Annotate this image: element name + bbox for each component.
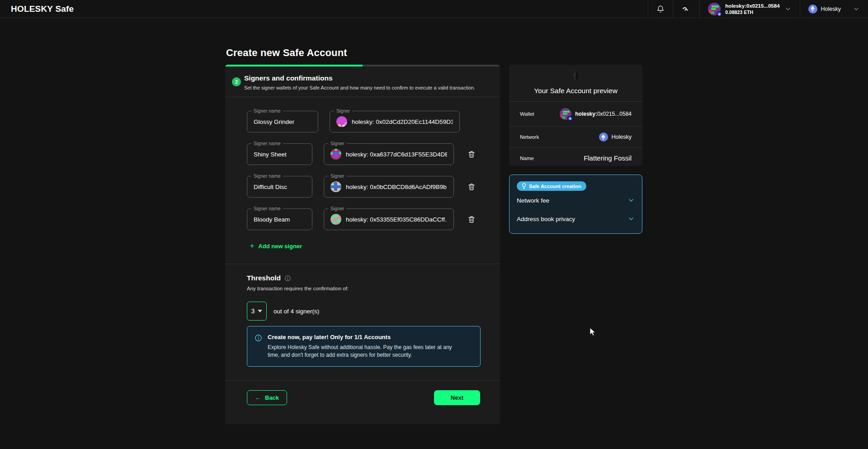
wallet-avatar: [708, 3, 721, 15]
signers-section: Signer name Glossy Grinder Signer holesk…: [225, 97, 500, 264]
wallet-avatar: [560, 108, 571, 120]
step-number-badge: 2: [232, 77, 241, 86]
back-button[interactable]: ← Back: [247, 390, 287, 405]
preview-wallet-label: Wallet: [520, 111, 534, 117]
notifications-button[interactable]: [648, 0, 673, 18]
threshold-value: 3: [251, 307, 255, 315]
ethereum-icon: [599, 132, 608, 142]
safe-creation-tips-card: Safe Account creation Network fee Addres…: [509, 175, 642, 234]
wallet-connect-icon: [681, 5, 691, 13]
signer-name-label: Signer name: [251, 108, 283, 113]
threshold-title: Threshold: [247, 274, 281, 282]
preview-wallet-address: 0x0215...0584: [597, 111, 632, 117]
preview-network-value: Holesky: [612, 134, 632, 140]
cursor-icon: [590, 327, 598, 338]
trash-icon: [467, 183, 476, 191]
preview-network-label: Network: [520, 134, 539, 140]
signer-address-value: holesky: 0x0bCDBCD8d6AcADf9B9b…: [346, 184, 447, 190]
signer-row: Signer name Shiny Sheet Signer holesky: …: [247, 143, 478, 165]
network-selector[interactable]: Holesky: [800, 0, 868, 18]
step-header: 2 Signers and confirmations Set the sign…: [225, 66, 500, 97]
wallet-chain-badge-icon: [567, 116, 573, 121]
bell-icon: [656, 5, 665, 13]
preview-network-row: Network Holesky: [509, 127, 642, 148]
info-icon[interactable]: [284, 275, 291, 282]
connected-account-menu[interactable]: holesky:0x0215...0584 0.08823 ETH: [699, 0, 799, 18]
signer-name-input[interactable]: Signer name Difficult Disc: [247, 176, 312, 198]
caret-down-icon: [258, 310, 262, 312]
create-safe-card: 2 Signers and confirmations Set the sign…: [225, 65, 500, 424]
signer-avatar: [330, 214, 341, 225]
signer-address-value: holesky: 0x02dCd2D20Ec1144D59D3…: [352, 118, 453, 125]
wizard-footer: ← Back Next: [225, 380, 500, 405]
ethereum-logo-icon: [572, 71, 579, 81]
preview-name-value: Flattering Fossil: [584, 154, 632, 162]
preview-name-label: Name: [520, 156, 534, 161]
threshold-select[interactable]: 3: [247, 302, 267, 321]
signer-name-label: Signer name: [251, 141, 283, 146]
signer-avatar: [330, 149, 341, 160]
signer-address-input[interactable]: Signer holesky: 0x02dCd2D20Ec1144D59D3…: [330, 111, 460, 132]
accordion-address-book-privacy[interactable]: Address book privacy: [517, 209, 635, 228]
chevron-down-icon: [853, 5, 860, 13]
preview-name-row: Name Flattering Fossil: [509, 148, 642, 166]
signer-label: Signer: [328, 173, 346, 179]
chevron-down-icon: [627, 215, 635, 222]
ethereum-icon: [808, 5, 817, 14]
signer-avatar: [330, 181, 341, 192]
wallet-connect-button[interactable]: [673, 0, 699, 18]
signer-address-input[interactable]: Signer holesky: 0xa6377dC6d13F55E3D4DB…: [324, 143, 454, 165]
network-name: Holesky: [821, 6, 841, 12]
signer-name-input[interactable]: Signer name Shiny Sheet: [247, 143, 312, 165]
signer-name-input[interactable]: Signer name Bloody Beam: [247, 208, 312, 230]
add-new-signer-label: Add new signer: [258, 243, 302, 250]
signer-name-value: Glossy Grinder: [254, 118, 294, 125]
threshold-subtitle: Any transaction requires the confirmatio…: [247, 286, 478, 291]
trash-icon: [467, 215, 476, 223]
remove-signer-button[interactable]: [465, 180, 478, 194]
threshold-section: Threshold Any transaction requires the c…: [225, 264, 500, 367]
trash-icon: [467, 150, 476, 158]
signer-name-value: Difficult Disc: [254, 184, 287, 190]
threshold-suffix: out of 4 signer(s): [274, 308, 319, 315]
preview-wallet-row: Wallet holesky:0x0215...0584: [509, 102, 642, 127]
tips-badge-label: Safe Account creation: [529, 184, 581, 189]
safe-account-preview-card: Your Safe Account preview Wallet holesky…: [509, 65, 642, 166]
chevron-down-icon: [627, 197, 635, 204]
remove-signer-button[interactable]: [465, 213, 478, 226]
signer-address-input[interactable]: Signer holesky: 0x53355Ef035C86DDaCCff…: [324, 208, 454, 230]
signer-label: Signer: [328, 141, 346, 146]
alert-title: Create now, pay later! Only for 1/1 Acco…: [268, 334, 454, 340]
remove-signer-button[interactable]: [465, 147, 478, 161]
accordion-label: Address book privacy: [517, 216, 575, 222]
preview-title: Your Safe Account preview: [509, 87, 642, 95]
add-new-signer-button[interactable]: + Add new signer: [250, 242, 302, 250]
step-subtitle: Set the signer wallets of your Safe Acco…: [244, 85, 491, 90]
alert-body: Explore Holesky Safe without additional …: [268, 344, 454, 359]
back-label: Back: [265, 394, 279, 401]
preview-wallet-prefix: holesky:: [575, 111, 597, 117]
info-icon: [255, 334, 262, 359]
signer-name-label: Signer name: [251, 173, 283, 179]
accordion-network-fee[interactable]: Network fee: [517, 191, 635, 209]
pay-later-alert: Create now, pay later! Only for 1/1 Acco…: [247, 326, 481, 367]
signer-name-input[interactable]: Signer name Glossy Grinder: [247, 111, 318, 132]
signer-label: Signer: [328, 206, 346, 211]
signer-name-value: Bloody Beam: [254, 216, 290, 223]
signer-row: Signer name Glossy Grinder Signer holesk…: [247, 111, 478, 132]
page-title: Create new Safe Account: [226, 47, 347, 59]
top-navigation-bar: HOLESKY Safe holesky:0x0215...0584 0.088…: [0, 0, 868, 18]
signer-address-value: holesky: 0xa6377dC6d13F55E3D4DB…: [346, 151, 447, 158]
signer-avatar: [336, 116, 347, 127]
signer-name-value: Shiny Sheet: [254, 151, 287, 158]
account-address: holesky:0x0215...0584: [725, 3, 779, 9]
signer-name-label: Signer name: [251, 206, 283, 211]
next-button[interactable]: Next: [434, 390, 480, 405]
wallet-chain-badge-icon: [717, 11, 722, 17]
signer-row: Signer name Difficult Disc Signer holesk…: [247, 176, 478, 198]
step-title: Signers and confirmations: [244, 74, 491, 82]
signer-address-input[interactable]: Signer holesky: 0x0bCDBCD8d6AcADf9B9b…: [324, 176, 454, 198]
app-logo[interactable]: HOLESKY Safe: [0, 4, 74, 14]
arrow-left-icon: ←: [255, 394, 261, 401]
signer-row: Signer name Bloody Beam Signer holesky: …: [247, 208, 478, 230]
